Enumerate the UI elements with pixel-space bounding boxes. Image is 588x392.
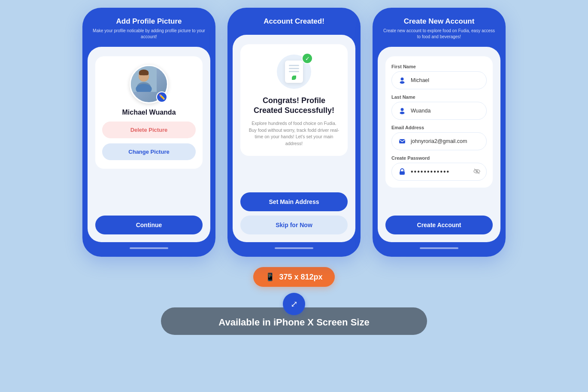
phone3-title: Create New Account xyxy=(382,17,496,26)
phone2-footer xyxy=(233,247,355,249)
last-name-value: Wuanda xyxy=(411,108,480,114)
svg-rect-12 xyxy=(399,139,405,143)
available-label: Available in iPhone X Screen Size xyxy=(218,317,369,328)
avatar-edit-button[interactable]: ✏️ xyxy=(156,91,167,103)
first-name-label: First Name xyxy=(391,64,487,69)
email-group: Email Address johnyroria2@gmail.com xyxy=(391,125,487,150)
phone1-title: Add Profile Picture xyxy=(92,17,206,26)
available-label-wrapper: ⤢ Available in iPhone X Screen Size xyxy=(161,293,427,335)
eye-icon[interactable] xyxy=(473,168,480,176)
size-badge: 📱 375 x 812px xyxy=(253,267,334,287)
phone-account-created: Account Created! ✓ Congrats! Profile Cre… xyxy=(227,8,361,257)
phone3-footer xyxy=(378,247,500,249)
svg-point-10 xyxy=(401,108,404,111)
last-name-group: Last Name Wuanda xyxy=(391,94,487,120)
skip-button[interactable]: Skip for Now xyxy=(240,216,348,234)
size-badge-label: 375 x 812px xyxy=(279,273,322,282)
phone-badge-icon: 📱 xyxy=(265,272,275,282)
svg-point-16 xyxy=(476,170,478,172)
doc-line-2 xyxy=(289,68,299,69)
leaf-icon xyxy=(292,76,296,80)
svg-rect-13 xyxy=(400,171,405,175)
phone2-header: Account Created! xyxy=(233,13,355,35)
set-address-button[interactable]: Set Main Address xyxy=(240,192,348,211)
phone2-buttons: Set Main Address Skip for Now xyxy=(240,192,348,234)
email-icon xyxy=(398,137,406,146)
phone2-title: Account Created! xyxy=(237,17,351,26)
phone1-body: ✏️ Michael Wuanda Delete Picture Change … xyxy=(88,47,210,242)
home-indicator xyxy=(130,247,168,249)
user-name: Michael Wuanda xyxy=(122,109,176,116)
password-value: •••••••••••• xyxy=(411,168,469,176)
check-icon: ✓ xyxy=(302,53,313,64)
home-indicator-3 xyxy=(420,247,458,249)
create-account-button[interactable]: Create Account xyxy=(385,216,493,234)
phones-row: Add Profile Picture Make your profile no… xyxy=(0,8,588,257)
first-name-value: Michael xyxy=(411,77,480,83)
phone2-body: ✓ Congrats! Profile Created Successfully… xyxy=(233,35,355,242)
email-label: Email Address xyxy=(391,125,487,130)
phone1-footer xyxy=(88,247,210,249)
continue-button[interactable]: Continue xyxy=(95,216,203,234)
phone1-header: Add Profile Picture Make your profile no… xyxy=(88,13,210,47)
user-icon-1 xyxy=(398,76,406,85)
last-name-label: Last Name xyxy=(391,94,487,100)
success-title: Congrats! Profile Created Successfully! xyxy=(247,96,341,116)
success-card: ✓ Congrats! Profile Created Successfully… xyxy=(240,44,348,156)
phone3-header: Create New Account Create new account to… xyxy=(378,13,500,47)
avatar-wrapper: ✏️ xyxy=(130,65,168,103)
last-name-input[interactable]: Wuanda xyxy=(391,102,487,120)
email-input[interactable]: johnyroria2@gmail.com xyxy=(391,132,487,150)
doc-line-1 xyxy=(289,65,299,66)
password-label: Create Password xyxy=(391,155,487,161)
phone-create-account: Create New Account Create new account to… xyxy=(373,8,506,257)
success-icon-wrapper: ✓ xyxy=(277,55,311,89)
first-name-input[interactable]: Michael xyxy=(391,71,487,89)
svg-point-8 xyxy=(401,78,404,81)
bottom-area: 📱 375 x 812px ⤢ Available in iPhone X Sc… xyxy=(0,267,588,335)
delete-picture-button[interactable]: Delete Picture xyxy=(102,122,196,138)
scale-icon: ⤢ xyxy=(283,293,305,315)
phone3-subtitle: Create new account to explore food on Fu… xyxy=(382,28,496,40)
first-name-group: First Name Michael xyxy=(391,64,487,89)
password-group: Create Password •••••••••••• xyxy=(391,155,487,181)
home-indicator-2 xyxy=(275,247,313,249)
success-doc-icon xyxy=(285,61,303,83)
svg-rect-7 xyxy=(139,72,149,75)
user-icon-2 xyxy=(398,106,406,115)
phone-add-profile: Add Profile Picture Make your profile no… xyxy=(82,8,215,257)
lock-icon xyxy=(398,167,406,176)
doc-line-3 xyxy=(289,71,299,72)
svg-point-11 xyxy=(400,112,405,114)
change-picture-button[interactable]: Change Picture xyxy=(102,143,196,160)
email-value: johnyroria2@gmail.com xyxy=(411,138,480,144)
password-input[interactable]: •••••••••••• xyxy=(391,163,487,181)
form-card: First Name Michael Last Name xyxy=(385,56,493,188)
phone3-body: First Name Michael Last Name xyxy=(378,47,500,242)
success-description: Explore hundreds of food choice on Fudia… xyxy=(247,120,341,147)
svg-point-9 xyxy=(400,81,405,84)
profile-card: ✏️ Michael Wuanda Delete Picture Change … xyxy=(95,56,203,169)
phone1-subtitle: Make your profile noticable by adding pr… xyxy=(92,28,206,40)
